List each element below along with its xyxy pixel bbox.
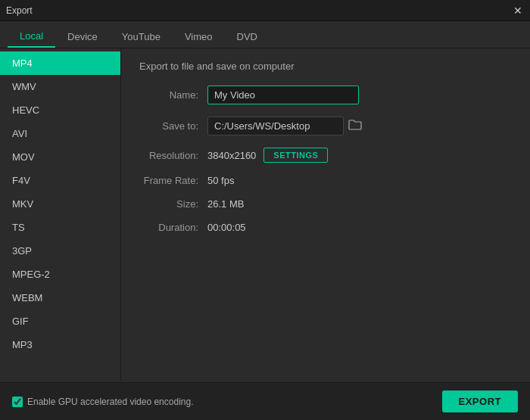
tab-dvd[interactable]: DVD [225, 26, 270, 48]
sidebar-item-webm[interactable]: WEBM [0, 286, 120, 310]
close-button[interactable]: ✕ [512, 5, 524, 17]
name-row: Name: [139, 86, 512, 104]
name-input[interactable] [207, 86, 359, 104]
resolution-row: Resolution: 3840x2160 SETTINGS [139, 148, 512, 163]
nav-tabs: Local Device YouTube Vimeo DVD [0, 21, 530, 48]
sidebar-item-hevc[interactable]: HEVC [0, 98, 120, 122]
sidebar-item-avi[interactable]: AVI [0, 122, 120, 145]
sidebar-item-mov[interactable]: MOV [0, 145, 120, 169]
sidebar-item-f4v[interactable]: F4V [0, 169, 120, 192]
resolution-label: Resolution: [139, 150, 207, 161]
title-bar-title: Export [6, 5, 33, 16]
resolution-value: 3840x2160 [207, 150, 256, 161]
duration-row: Duration: 00:00:05 [139, 222, 512, 233]
save-to-row: Save to: [139, 117, 512, 135]
duration-value: 00:00:05 [207, 222, 246, 233]
size-row: Size: 26.1 MB [139, 198, 512, 210]
sidebar-item-wmv[interactable]: WMV [0, 75, 120, 98]
tab-local[interactable]: Local [8, 26, 55, 48]
framerate-value: 50 fps [207, 175, 234, 186]
resolution-container: 3840x2160 SETTINGS [207, 148, 328, 163]
settings-button[interactable]: SETTINGS [263, 148, 328, 163]
sidebar-item-mp3[interactable]: MP3 [0, 333, 120, 356]
size-value: 26.1 MB [207, 198, 244, 210]
sidebar-item-mpeg2[interactable]: MPEG-2 [0, 263, 120, 286]
save-to-label: Save to: [139, 120, 207, 132]
folder-icon[interactable] [348, 119, 362, 133]
format-sidebar: MP4 WMV HEVC AVI MOV F4V MKV TS 3GP MPEG… [0, 48, 121, 381]
main-content: MP4 WMV HEVC AVI MOV F4V MKV TS 3GP MPEG… [0, 48, 530, 381]
name-label: Name: [139, 89, 207, 101]
export-button[interactable]: EXPORT [442, 390, 518, 412]
gpu-label-text: Enable GPU accelerated video encoding. [27, 397, 193, 407]
tab-vimeo[interactable]: Vimeo [173, 26, 225, 48]
save-to-input[interactable] [207, 117, 344, 135]
save-to-container [207, 117, 362, 135]
duration-label: Duration: [139, 222, 207, 233]
framerate-row: Frame Rate: 50 fps [139, 175, 512, 186]
export-panel: Export to file and save on computer Name… [121, 48, 530, 381]
panel-title: Export to file and save on computer [139, 61, 512, 72]
size-label: Size: [139, 198, 207, 210]
framerate-label: Frame Rate: [139, 175, 207, 186]
sidebar-item-gif[interactable]: GIF [0, 310, 120, 333]
bottom-bar: Enable GPU accelerated video encoding. E… [0, 382, 530, 420]
sidebar-item-mkv[interactable]: MKV [0, 192, 120, 216]
gpu-label[interactable]: Enable GPU accelerated video encoding. [12, 397, 193, 407]
sidebar-item-ts[interactable]: TS [0, 216, 120, 239]
gpu-checkbox[interactable] [12, 397, 23, 407]
sidebar-item-3gp[interactable]: 3GP [0, 239, 120, 263]
title-bar: Export ✕ [0, 0, 530, 21]
tab-youtube[interactable]: YouTube [110, 26, 173, 48]
tab-device[interactable]: Device [55, 26, 110, 48]
sidebar-item-mp4[interactable]: MP4 [0, 51, 120, 75]
